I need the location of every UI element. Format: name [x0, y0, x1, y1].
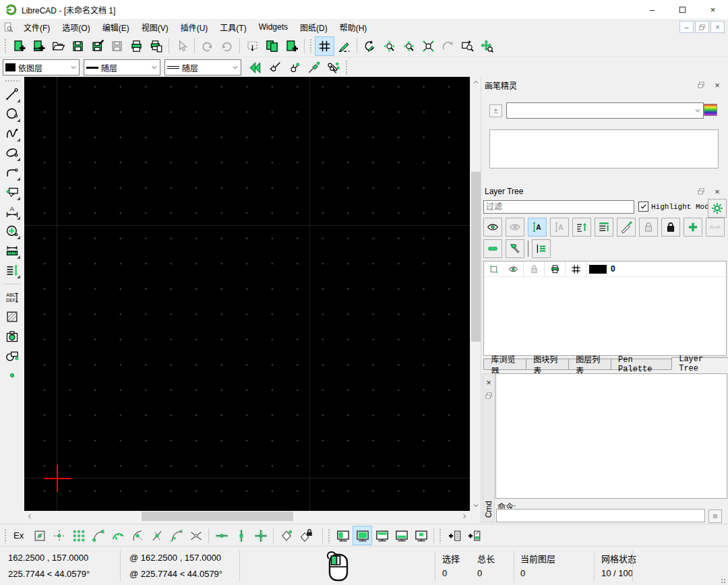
window-close-button[interactable]: ×	[698, 0, 728, 19]
block-tool-button[interactable]	[3, 346, 22, 365]
pen-wizard-close-button[interactable]: ×	[712, 80, 723, 90]
toolbar-drag-handle[interactable]	[439, 528, 442, 543]
layer-match-alt-button[interactable]: A	[550, 218, 569, 237]
add-pen-widget-button[interactable]	[464, 526, 483, 545]
pen-wizard-color-button[interactable]	[704, 104, 717, 116]
snap-intersection-button[interactable]	[186, 526, 206, 545]
menu-options[interactable]: 选项(O)	[56, 20, 96, 35]
resize-grip[interactable]	[720, 578, 727, 584]
snap-free-button[interactable]	[30, 526, 49, 545]
highlight-mode-checkbox[interactable]: Highlight Mode	[638, 202, 713, 212]
restrict-vertical-button[interactable]	[231, 526, 251, 545]
copy-button[interactable]	[262, 36, 282, 56]
command-options-button[interactable]	[708, 510, 722, 523]
vertical-scrollbar[interactable]	[470, 77, 481, 511]
tab-library-browser[interactable]: 库浏览器	[483, 359, 526, 370]
open-button[interactable]	[49, 36, 68, 56]
redraw-button[interactable]	[360, 36, 380, 56]
revert-pen-button[interactable]	[245, 58, 265, 78]
zoom-pan-button[interactable]	[477, 36, 497, 56]
spline-tool-button[interactable]	[3, 124, 22, 143]
dock-right-button[interactable]	[353, 526, 372, 545]
pick-pen-from-entity-button[interactable]	[265, 58, 284, 78]
menu-drawings[interactable]: 图纸(D)	[294, 20, 334, 35]
mdi-restore-button[interactable]	[695, 21, 709, 33]
pen-width-combobox[interactable]: 随层	[84, 59, 160, 75]
polyline-tool-button[interactable]	[3, 163, 22, 182]
snap-on-entity-button[interactable]	[108, 526, 127, 545]
pen-wizard-combobox[interactable]	[506, 102, 704, 119]
layer-tree-float-button[interactable]	[696, 186, 706, 197]
undo-button[interactable]	[198, 36, 217, 56]
line-tool-button[interactable]	[3, 85, 22, 104]
zoom-in-button[interactable]	[380, 36, 399, 56]
selection-pointer-button[interactable]	[172, 36, 191, 56]
dock-float-button[interactable]	[411, 526, 431, 545]
tab-block-list[interactable]: 图块列表	[526, 359, 569, 370]
menu-help[interactable]: 帮助(H)	[334, 20, 373, 35]
layer-construction-toggle[interactable]	[484, 261, 503, 276]
horizontal-scrollbar[interactable]	[24, 511, 470, 522]
add-command-widget-button[interactable]	[444, 526, 464, 545]
mdi-close-button[interactable]: ×	[710, 21, 725, 33]
pen-color-combobox[interactable]: 依图层	[3, 59, 80, 75]
select-tool-button[interactable]	[3, 183, 22, 202]
toolbar-drag-handle[interactable]	[345, 60, 348, 75]
hatch-tool-button[interactable]	[3, 307, 22, 326]
text-tool-button[interactable]: ABCDEF	[3, 288, 22, 307]
draft-mode-button[interactable]	[334, 36, 354, 56]
layer-show-all-button[interactable]	[483, 218, 502, 237]
layer-print-toggle[interactable]	[545, 261, 566, 276]
dock-top-button[interactable]	[372, 526, 392, 545]
snap-on-grid-button[interactable]	[69, 526, 88, 545]
layer-tree-close-button[interactable]: ×	[712, 186, 723, 197]
tab-layer-tree[interactable]: Layer Tree	[671, 357, 728, 370]
layer-lock-all-button[interactable]	[661, 218, 680, 237]
command-float-button[interactable]	[483, 390, 494, 401]
layer-add-button[interactable]	[684, 218, 702, 237]
print-preview-button[interactable]	[146, 36, 166, 56]
dock-bottom-button[interactable]	[392, 526, 411, 545]
layer-hide-all-button[interactable]	[506, 218, 524, 237]
layer-rename-button[interactable]: AA	[706, 218, 725, 237]
menu-view[interactable]: 视图(V)	[135, 20, 175, 35]
save-button[interactable]	[68, 36, 88, 56]
command-close-button[interactable]: ×	[483, 377, 494, 388]
pen-wizard-list[interactable]	[489, 129, 719, 168]
menu-edit[interactable]: 编辑(E)	[96, 20, 135, 35]
command-history[interactable]	[495, 373, 727, 499]
zoom-window-button[interactable]	[458, 36, 477, 56]
window-minimize-button[interactable]: –	[637, 0, 667, 19]
layer-draft-pen-button[interactable]	[617, 218, 636, 237]
mdi-minimize-button[interactable]: –	[679, 21, 694, 33]
drawing-canvas[interactable]	[24, 77, 470, 511]
layer-settings-button[interactable]	[708, 199, 727, 218]
layer-list-top-button[interactable]	[595, 218, 613, 237]
cut-button[interactable]	[243, 36, 262, 56]
zoom-auto-button[interactable]	[419, 36, 438, 56]
scroll-right-button[interactable]	[459, 511, 470, 522]
snap-distance-button[interactable]	[166, 526, 186, 545]
layer-list[interactable]: 0	[483, 261, 727, 356]
tab-layer-list[interactable]: 图层列表	[568, 359, 611, 370]
zoom-out-button[interactable]	[399, 36, 419, 56]
set-relative-zero-button[interactable]	[276, 526, 296, 545]
tab-pen-palette[interactable]: Pen Palette	[611, 359, 672, 370]
pen-linetype-combobox[interactable]: 随层	[164, 59, 241, 75]
grid-toggle-button[interactable]	[315, 36, 334, 56]
window-maximize-button[interactable]	[667, 0, 698, 19]
modify-tool-button[interactable]	[3, 222, 22, 241]
pen-wizard-float-button[interactable]	[696, 80, 706, 90]
vertical-scroll-thumb[interactable]	[471, 172, 481, 342]
layer-sort-button[interactable]	[572, 218, 591, 237]
layer-unlock-all-button[interactable]	[639, 218, 658, 237]
pen-wizard-spin-button[interactable]: ±	[489, 104, 502, 117]
save-all-button-disabled[interactable]	[107, 36, 127, 56]
layer-visibility-toggle[interactable]	[503, 261, 524, 276]
paste-button[interactable]	[282, 36, 301, 56]
copy-pen-button[interactable]	[324, 58, 343, 78]
menu-widgets[interactable]: Widgets	[253, 20, 294, 34]
layer-match-mode-button[interactable]: A	[528, 218, 547, 237]
menu-file[interactable]: 文件(F)	[18, 20, 56, 35]
lock-relative-zero-button[interactable]	[296, 526, 315, 545]
